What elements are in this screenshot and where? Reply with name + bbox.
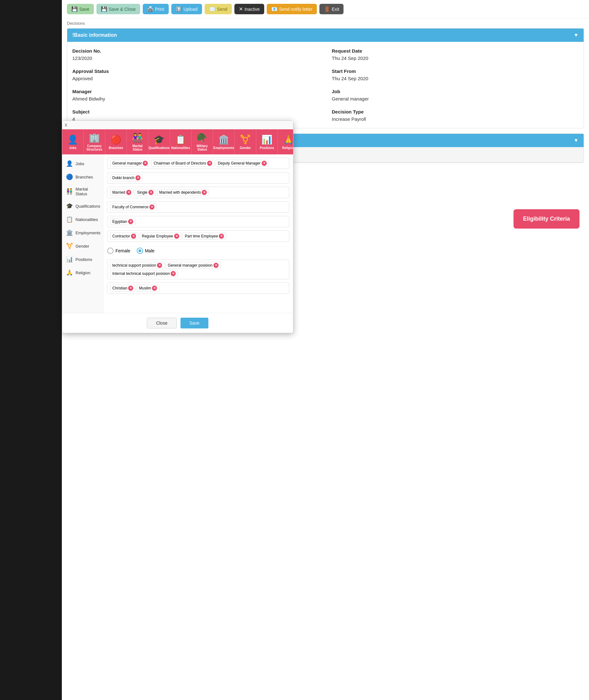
save-close-button[interactable]: 💾 Save & Close <box>96 4 140 14</box>
icon-tab-jobs[interactable]: 👤 Jobs <box>62 129 84 154</box>
female-radio-label[interactable]: Female <box>107 248 130 254</box>
qualifications-tab-icon: 🎓 <box>154 134 165 145</box>
remove-internal-tech[interactable]: ✕ <box>171 271 176 276</box>
remove-parttime[interactable]: ✕ <box>219 234 224 239</box>
icon-tab-military[interactable]: 🪖 Military Status <box>192 129 213 154</box>
sidebar-item-qualifications[interactable]: 🎓 Qualifications <box>62 200 103 213</box>
icon-tab-company[interactable]: 🏢 Company Structures <box>84 129 105 154</box>
gender-row: Female Male <box>107 245 289 257</box>
positions-criteria-box[interactable]: technical support posision ✕ General man… <box>107 260 289 279</box>
tag-general-manager: General manager ✕ <box>110 160 150 167</box>
employments-criteria-box[interactable]: Contractor ✕ Regular Employee ✕ Part tim… <box>107 231 289 242</box>
modal-save-button[interactable]: Save <box>181 318 208 328</box>
remove-egyptian[interactable]: ✕ <box>128 219 133 224</box>
modal-sidebar: 👤 Jobs 🔵 Branches 👫 Marital Status 🎓 Qua… <box>62 154 104 313</box>
male-radio[interactable] <box>137 248 143 254</box>
military-tab-icon: 🪖 <box>197 132 208 143</box>
religion-tab-icon: 🙏 <box>283 134 293 145</box>
tag-regular: Regular Employee ✕ <box>140 233 181 240</box>
male-radio-label[interactable]: Male <box>137 248 155 254</box>
nationalities-tab-icon: 📋 <box>175 134 186 145</box>
manager-field: Manager Ahmed Bidwihy <box>72 89 319 101</box>
notify-button[interactable]: 📧 Send notify letter <box>267 4 317 14</box>
remove-general-manager[interactable]: ✕ <box>143 161 148 166</box>
modal-body: 👤 Jobs 🔵 Branches 👫 Marital Status 🎓 Qua… <box>62 154 293 313</box>
sidebar-jobs-icon: 👤 <box>66 160 73 167</box>
modal-content: General manager ✕ Chairman of Board of D… <box>104 154 293 313</box>
tag-married: Married ✕ <box>110 189 134 196</box>
sidebar-branches-icon: 🔵 <box>66 173 73 181</box>
upload-button[interactable]: ⬆️ Upload <box>171 4 202 14</box>
send-button[interactable]: ✉️ Send <box>205 4 232 14</box>
modal-close-button[interactable]: Close <box>147 318 177 328</box>
inactive-icon: ✕ <box>239 6 243 12</box>
remove-married[interactable]: ✕ <box>126 190 131 195</box>
sidebar-item-jobs[interactable]: 👤 Jobs <box>62 157 103 170</box>
sidebar-gender-icon: ⚧️ <box>66 243 73 250</box>
positions-criteria-row: technical support posision ✕ General man… <box>107 260 289 279</box>
start-from-field: Start From Thu 24 Sep 2020 <box>332 68 579 81</box>
upload-icon: ⬆️ <box>176 6 182 12</box>
icon-tab-marital[interactable]: 👫 Marital Status <box>127 129 149 154</box>
remove-tech-support[interactable]: ✕ <box>157 263 162 268</box>
icon-tab-religion[interactable]: 🙏 Religion <box>278 129 293 154</box>
sidebar-item-branches[interactable]: 🔵 Branches <box>62 170 103 184</box>
basic-info-panel: !Basic information ▼ Decision No. 123/20… <box>67 28 584 128</box>
sidebar-item-marital[interactable]: 👫 Marital Status <box>62 184 103 200</box>
remove-single[interactable]: ✕ <box>149 190 154 195</box>
sidebar-item-religion[interactable]: 🙏 Religion <box>62 266 103 279</box>
remove-dokki[interactable]: ✕ <box>136 175 141 181</box>
icon-tab-gender[interactable]: ⚧️ Gender <box>235 129 256 154</box>
icon-tab-employments[interactable]: 🏛️ Employments <box>213 129 235 154</box>
remove-gm-position[interactable]: ✕ <box>213 263 218 268</box>
sidebar-item-positions[interactable]: 📊 Positions <box>62 253 103 266</box>
tag-internal-tech: Internal technical support posision ✕ <box>110 270 178 277</box>
icon-tab-qualifications[interactable]: 🎓 Qualifications <box>149 129 170 154</box>
qualifications-criteria-box[interactable]: Faculty of Commerce ✕ <box>107 201 289 213</box>
remove-regular[interactable]: ✕ <box>174 234 179 239</box>
marital-criteria-box[interactable]: Married ✕ Single ✕ Married with dependen… <box>107 187 289 198</box>
remove-chairman[interactable]: ✕ <box>207 161 212 166</box>
jobs-criteria-box[interactable]: General manager ✕ Chairman of Board of D… <box>107 157 289 169</box>
tag-deputy: Deputy General Manager ✕ <box>216 160 269 167</box>
tag-parttime: Part time Employee ✕ <box>183 233 226 240</box>
sidebar-nationalities-icon: 📋 <box>66 216 73 223</box>
remove-muslim[interactable]: ✕ <box>152 286 157 291</box>
modal-close-icon[interactable]: x <box>65 122 67 127</box>
branches-criteria-row: Dokki branch ✕ <box>107 172 289 184</box>
nationalities-criteria-row: Egyptian ✕ <box>107 216 289 227</box>
remove-faculty[interactable]: ✕ <box>149 205 155 210</box>
icon-tab-nationalities[interactable]: 📋 Nationalities <box>170 129 192 154</box>
sidebar-item-employments[interactable]: 🏛️ Employments <box>62 226 103 239</box>
remove-married-dep[interactable]: ✕ <box>202 190 207 195</box>
sidebar-item-gender[interactable]: ⚧️ Gender <box>62 239 103 253</box>
branches-criteria-box[interactable]: Dokki branch ✕ <box>107 172 289 184</box>
modal-footer: Close Save <box>62 313 293 333</box>
print-button[interactable]: 🖨️ Print <box>143 4 169 14</box>
approval-status-field: Approval Status Approved <box>72 68 319 81</box>
eligibility-criteria-button[interactable]: Eligibility Criteria <box>514 209 580 229</box>
female-radio[interactable] <box>107 248 114 254</box>
basic-info-body: Decision No. 123/2020 Request Date Thu 2… <box>67 42 584 128</box>
sidebar-religion-icon: 🙏 <box>66 269 73 276</box>
inactive-button[interactable]: ✕ Inactive <box>234 4 264 14</box>
icon-tab-branches[interactable]: 🔴 Branches <box>105 129 127 154</box>
remove-deputy[interactable]: ✕ <box>262 161 267 166</box>
subject-field: Subject 4 <box>72 109 319 122</box>
remove-christian[interactable]: ✕ <box>128 286 133 291</box>
marital-criteria-row: Married ✕ Single ✕ Married with dependen… <box>107 187 289 198</box>
marital-tab-icon: 👫 <box>132 132 143 143</box>
decision-type-field: Decision Type Increase Payroll <box>332 109 579 122</box>
nationalities-criteria-box[interactable]: Egyptian ✕ <box>107 216 289 227</box>
remove-contractor[interactable]: ✕ <box>131 234 136 239</box>
qualifications-criteria-row: Faculty of Commerce ✕ <box>107 201 289 213</box>
basic-info-header[interactable]: !Basic information ▼ <box>67 29 584 42</box>
toolbar: 💾 Save 💾 Save & Close 🖨️ Print ⬆️ Upload… <box>62 0 589 18</box>
save-button[interactable]: 💾 Save <box>67 4 94 14</box>
religion-criteria-box[interactable]: Christian ✕ Muslim ✕ <box>107 283 289 294</box>
exit-button[interactable]: 🚪 Exit <box>320 4 344 14</box>
tag-single: Single ✕ <box>135 189 156 196</box>
sidebar-item-nationalities[interactable]: 📋 Nationalities <box>62 213 103 226</box>
eligibility-modal: x 👤 Jobs 🏢 Company Structures 🔴 Branches… <box>62 120 293 333</box>
icon-tab-positions[interactable]: 📊 Positions <box>256 129 278 154</box>
